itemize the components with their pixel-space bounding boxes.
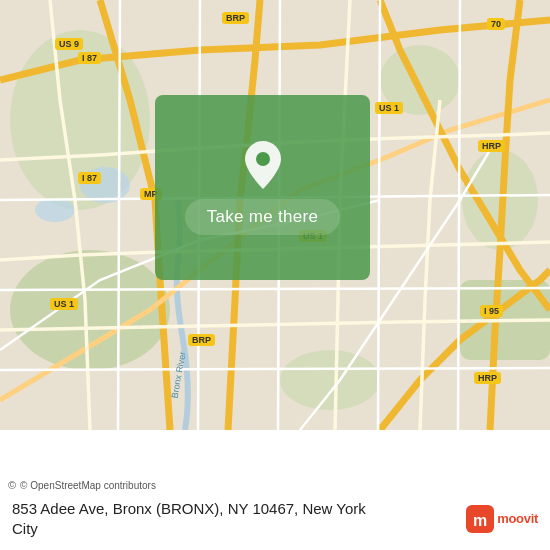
label-us9: US 9 xyxy=(55,38,83,50)
address-row: 853 Adee Ave, Bronx (BRONX), NY 10467, N… xyxy=(0,493,550,542)
moovit-logo: m moovit xyxy=(466,505,538,533)
map-container: US 9 I 87 BRP 70 HRP I 87 MP US 1 US 1 U… xyxy=(0,0,550,430)
svg-point-9 xyxy=(256,152,270,166)
take-me-there-button[interactable]: Take me there xyxy=(185,199,341,235)
label-us1a: US 1 xyxy=(375,102,403,114)
bottom-bar: © © OpenStreetMap contributors 853 Adee … xyxy=(0,430,550,550)
app: US 9 I 87 BRP 70 HRP I 87 MP US 1 US 1 U… xyxy=(0,0,550,550)
label-70: 70 xyxy=(487,18,505,30)
green-panel: Take me there xyxy=(155,95,370,280)
label-hrp2: HRP xyxy=(474,372,501,384)
label-i87a: I 87 xyxy=(78,52,101,64)
label-us1c: US 1 xyxy=(50,298,78,310)
address-text: 853 Adee Ave, Bronx (BRONX), NY 10467, N… xyxy=(12,499,458,538)
svg-point-6 xyxy=(280,350,380,410)
location-pin-icon xyxy=(239,141,287,189)
label-i95: I 95 xyxy=(480,305,503,317)
svg-text:m: m xyxy=(473,512,487,529)
label-brp2: BRP xyxy=(188,334,215,346)
attribution: © © OpenStreetMap contributors xyxy=(0,475,550,493)
attribution-text: © OpenStreetMap contributors xyxy=(20,480,156,491)
label-hrp1: HRP xyxy=(478,140,505,152)
svg-point-8 xyxy=(35,198,75,222)
moovit-label: moovit xyxy=(497,511,538,526)
moovit-icon-svg: m xyxy=(466,505,494,533)
label-i87b: I 87 xyxy=(78,172,101,184)
label-brp1: BRP xyxy=(222,12,249,24)
